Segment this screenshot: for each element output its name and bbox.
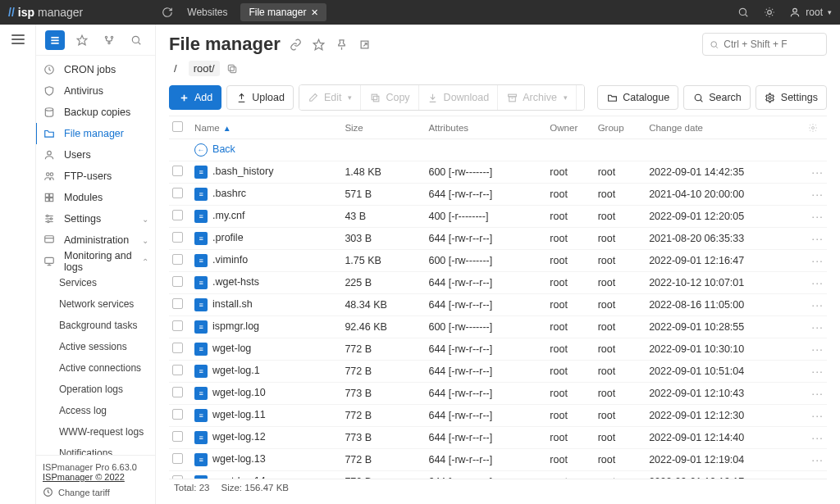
col-name[interactable]: Name▲ bbox=[191, 116, 341, 139]
sidebar-item-access-log[interactable]: Access log bbox=[36, 400, 155, 421]
col-date[interactable]: Change date bbox=[646, 116, 805, 139]
row-menu-icon[interactable]: ··· bbox=[811, 210, 824, 223]
row-menu-icon[interactable]: ··· bbox=[811, 276, 824, 289]
search-icon[interactable] bbox=[737, 6, 750, 19]
sidebar-item-active-connections[interactable]: Active connections bbox=[36, 357, 155, 379]
copy-button[interactable]: Copy bbox=[361, 85, 418, 110]
access-button[interactable]: Access bbox=[577, 85, 585, 110]
row-checkbox[interactable] bbox=[172, 232, 183, 243]
search-input[interactable] bbox=[724, 39, 819, 50]
table-row[interactable]: ≡wget-log.10773 B644 [-rw-r--r--]rootroo… bbox=[169, 383, 827, 405]
sidebar-item-file-manager[interactable]: File manager bbox=[36, 123, 155, 144]
gear-icon[interactable] bbox=[808, 123, 824, 133]
row-checkbox[interactable] bbox=[172, 431, 183, 442]
change-tariff-link[interactable]: Change tariff bbox=[43, 487, 148, 497]
row-checkbox[interactable] bbox=[172, 254, 183, 265]
row-checkbox[interactable] bbox=[172, 387, 183, 397]
col-size[interactable]: Size bbox=[341, 116, 425, 139]
row-menu-icon[interactable]: ··· bbox=[811, 453, 824, 466]
sidebar-tool-branch[interactable] bbox=[99, 30, 119, 50]
star-icon[interactable] bbox=[312, 37, 326, 52]
sidebar-item-administration[interactable]: Administration⌄ bbox=[36, 229, 155, 251]
row-menu-icon[interactable]: ··· bbox=[811, 431, 824, 444]
sidebar-item-antivirus[interactable]: Antivirus bbox=[36, 80, 155, 102]
close-icon[interactable]: ✕ bbox=[311, 7, 318, 18]
breadcrumb-root[interactable]: / bbox=[169, 61, 182, 76]
row-checkbox[interactable] bbox=[172, 365, 183, 375]
sun-icon[interactable] bbox=[763, 6, 776, 19]
breadcrumb-path[interactable]: root/ bbox=[189, 61, 220, 76]
table-row[interactable]: ≡.wget-hsts225 B644 [-rw-r--r--]rootroot… bbox=[169, 272, 827, 294]
col-owner[interactable]: Owner bbox=[546, 116, 594, 139]
user-menu[interactable]: root ▾ bbox=[789, 7, 832, 18]
back-row[interactable]: ←Back bbox=[169, 139, 827, 161]
reload-icon[interactable] bbox=[161, 6, 174, 19]
upload-button[interactable]: Upload bbox=[226, 85, 294, 110]
row-menu-icon[interactable]: ··· bbox=[811, 320, 824, 334]
sidebar-tool-star[interactable] bbox=[72, 30, 92, 50]
table-row[interactable]: ≡wget-log.14770 B644 [-rw-r--r--]rootroo… bbox=[169, 471, 827, 479]
select-all-checkbox[interactable] bbox=[172, 121, 183, 132]
sidebar-item-services[interactable]: Services bbox=[36, 272, 155, 293]
table-row[interactable]: ≡.my.cnf43 B400 [-r--------]rootroot2022… bbox=[169, 206, 827, 228]
col-attr[interactable]: Attributes bbox=[425, 116, 546, 139]
row-checkbox[interactable] bbox=[172, 320, 183, 331]
sidebar-item-monitoring-and-logs[interactable]: Monitoring and logs⌃ bbox=[36, 251, 155, 272]
table-row[interactable]: ≡.profile303 B644 [-rw-r--r--]rootroot20… bbox=[169, 228, 827, 250]
row-checkbox[interactable] bbox=[172, 166, 183, 176]
row-checkbox[interactable] bbox=[172, 298, 183, 309]
sidebar-item-settings[interactable]: Settings⌄ bbox=[36, 208, 155, 229]
table-row[interactable]: ≡.bashrc571 B644 [-rw-r--r--]rootroot202… bbox=[169, 184, 827, 206]
row-checkbox[interactable] bbox=[172, 453, 183, 464]
row-menu-icon[interactable]: ··· bbox=[811, 365, 824, 378]
row-menu-icon[interactable]: ··· bbox=[811, 343, 824, 356]
sidebar-item-operation-logs[interactable]: Operation logs bbox=[36, 379, 155, 400]
edit-button[interactable]: Edit▾ bbox=[299, 85, 362, 110]
row-checkbox[interactable] bbox=[172, 409, 183, 420]
archive-button[interactable]: Archive▾ bbox=[498, 85, 577, 110]
sidebar-tool-list[interactable] bbox=[45, 30, 65, 50]
pin-icon[interactable] bbox=[335, 37, 349, 52]
settings-button[interactable]: Settings bbox=[756, 85, 827, 110]
sidebar-item-users[interactable]: Users bbox=[36, 144, 155, 166]
add-button[interactable]: Add bbox=[169, 85, 221, 110]
row-menu-icon[interactable]: ··· bbox=[811, 166, 824, 179]
row-checkbox[interactable] bbox=[172, 188, 183, 198]
copyright-link[interactable]: ISPmanager © 2022 bbox=[43, 472, 148, 482]
sidebar-item-backup-copies[interactable]: Backup copies bbox=[36, 102, 155, 123]
row-menu-icon[interactable]: ··· bbox=[811, 409, 824, 422]
search-box[interactable] bbox=[702, 33, 827, 56]
tab-file-manager[interactable]: File manager✕ bbox=[240, 3, 326, 21]
table-row[interactable]: ≡install.sh48.34 KB644 [-rw-r--r--]rootr… bbox=[169, 294, 827, 316]
sidebar-item-active-sessions[interactable]: Active sessions bbox=[36, 336, 155, 357]
sidebar-tool-search[interactable] bbox=[126, 30, 146, 50]
sidebar-item-network-services[interactable]: Network services bbox=[36, 293, 155, 315]
row-menu-icon[interactable]: ··· bbox=[811, 298, 824, 311]
tab-websites[interactable]: Websites bbox=[179, 3, 235, 21]
sidebar-item-www-request-logs[interactable]: WWW-request logs bbox=[36, 421, 155, 443]
sidebar-item-cron-jobs[interactable]: CRON jobs bbox=[36, 59, 155, 80]
row-menu-icon[interactable]: ··· bbox=[811, 188, 824, 201]
link-icon[interactable] bbox=[289, 37, 304, 52]
table-row[interactable]: ≡wget-log.1772 B644 [-rw-r--r--]rootroot… bbox=[169, 361, 827, 383]
table-row[interactable]: ≡.bash_history1.48 KB600 [-rw-------]roo… bbox=[169, 161, 827, 184]
table-row[interactable]: ≡wget-log.12773 B644 [-rw-r--r--]rootroo… bbox=[169, 427, 827, 449]
window-icon[interactable] bbox=[358, 37, 372, 52]
table-row[interactable]: ≡.viminfo1.75 KB600 [-rw-------]rootroot… bbox=[169, 250, 827, 272]
col-group[interactable]: Group bbox=[595, 116, 646, 139]
sidebar-item-background-tasks[interactable]: Background tasks bbox=[36, 315, 155, 336]
search-button[interactable]: Search bbox=[683, 85, 751, 110]
download-button[interactable]: Download bbox=[419, 85, 499, 110]
hamburger-icon[interactable] bbox=[11, 34, 25, 504]
table-row[interactable]: ≡ispmgr.log92.46 KB600 [-rw-------]rootr… bbox=[169, 316, 827, 338]
logo[interactable]: //ispmanager bbox=[8, 6, 83, 19]
row-menu-icon[interactable]: ··· bbox=[811, 387, 824, 400]
row-menu-icon[interactable]: ··· bbox=[811, 254, 824, 267]
row-menu-icon[interactable]: ··· bbox=[811, 232, 824, 245]
table-row[interactable]: ≡wget-log.11772 B644 [-rw-r--r--]rootroo… bbox=[169, 405, 827, 427]
sidebar-item-notifications[interactable]: Notifications bbox=[36, 443, 155, 455]
row-checkbox[interactable] bbox=[172, 276, 183, 287]
row-checkbox[interactable] bbox=[172, 210, 183, 220]
copy-path-icon[interactable] bbox=[226, 63, 238, 75]
table-row[interactable]: ≡wget-log.13772 B644 [-rw-r--r--]rootroo… bbox=[169, 449, 827, 471]
